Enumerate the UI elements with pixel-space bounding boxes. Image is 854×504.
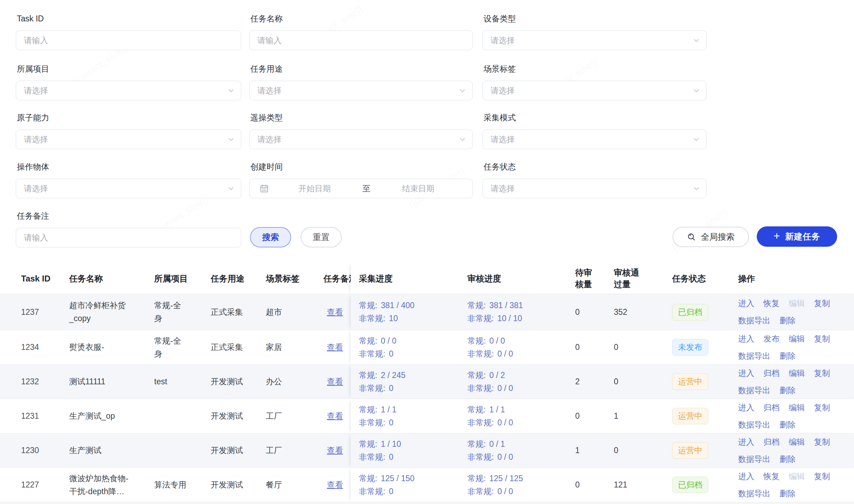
view-remark-link[interactable]: 查看 (327, 446, 343, 455)
op-link[interactable]: 数据导出 (738, 418, 770, 431)
teleop-type-select[interactable]: 请选择 (249, 130, 473, 149)
device-type-select[interactable]: 请选择 (482, 31, 707, 50)
op-link[interactable]: 删除 (780, 384, 796, 397)
global-search-button[interactable]: 全局搜索 (672, 227, 749, 247)
select-placeholder: 请选择 (491, 35, 515, 46)
filter-field-scene-tag: 场景标签 请选择 (482, 64, 707, 74)
col-header-operations: 操作 (738, 273, 837, 284)
cell-task-status: 未发布 (672, 339, 738, 356)
chevron-down-icon (692, 36, 701, 45)
view-remark-link[interactable]: 查看 (327, 411, 343, 420)
select-placeholder: 请选择 (491, 85, 515, 96)
cell-task-status: 运营中 (672, 373, 738, 390)
field-label: 场景标签 (484, 64, 707, 74)
op-link[interactable]: 数据导出 (738, 487, 770, 500)
cell-task-id: 1234 (21, 341, 69, 354)
op-link[interactable]: 数据导出 (738, 350, 770, 363)
task-status-select[interactable]: 请选择 (482, 179, 707, 198)
op-link[interactable]: 复制 (814, 297, 830, 310)
op-link[interactable]: 恢复 (763, 470, 780, 483)
cell-pending-count: 2 (575, 375, 614, 388)
op-link[interactable]: 复制 (814, 436, 830, 449)
op-link[interactable]: 进入 (738, 401, 754, 414)
reset-button[interactable]: 重置 (301, 227, 342, 247)
op-link[interactable]: 数据导出 (738, 453, 770, 466)
task-name-input[interactable]: 请输入 (249, 31, 473, 50)
collect-mode-select[interactable]: 请选择 (482, 130, 707, 149)
search-button[interactable]: 搜索 (250, 227, 291, 247)
op-link[interactable]: 编辑 (789, 367, 805, 380)
op-link[interactable]: 复制 (814, 367, 830, 380)
cell-task-id: 1227 (21, 478, 69, 491)
cell-project: 常规-全 身 (154, 334, 211, 360)
op-link[interactable]: 编辑 (789, 401, 805, 414)
op-link[interactable]: 删除 (780, 350, 796, 363)
op-link[interactable]: 进入 (738, 367, 754, 380)
cell-operations: 进入归档编辑复制数据导出删除 (738, 436, 837, 466)
view-remark-link[interactable]: 查看 (327, 377, 343, 386)
view-remark-link[interactable]: 查看 (327, 343, 343, 352)
table-header-row: Task ID 任务名称 所属项目 任务用途 场景标签 任务备注 采集进度 审核… (0, 263, 854, 294)
cell-operations: 进入恢复编辑复制数据导出删除 (738, 297, 837, 327)
filter-field-device-type: 设备类型 请选择 (482, 13, 707, 24)
global-search-label: 全局搜索 (701, 231, 735, 243)
plus-icon: + (774, 231, 780, 241)
op-link[interactable]: 归档 (763, 401, 780, 414)
cell-collect-progress: 常规:1 / 1非常规:0 (359, 403, 467, 429)
cell-task-id: 1232 (21, 375, 69, 388)
end-date-placeholder[interactable]: 结束日期 (373, 183, 464, 194)
cell-pending-count: 0 (575, 478, 614, 491)
op-link[interactable]: 数据导出 (738, 314, 770, 327)
cell-review-progress: 常规:125 / 125非常规:0 / 0 (467, 472, 575, 498)
cell-task-status: 已归档 (672, 304, 738, 320)
filter-field-collect-mode: 采集模式 请选择 (482, 112, 707, 123)
cell-pending-count: 0 (575, 410, 614, 423)
op-link[interactable]: 恢复 (763, 297, 780, 310)
op-link[interactable]: 删除 (780, 418, 796, 431)
cell-task-name: 微波炉加热食物- 干扰-depth降… (69, 472, 154, 498)
operate-object-select[interactable]: 请选择 (16, 179, 241, 198)
op-link[interactable]: 进入 (738, 470, 754, 483)
op-link[interactable]: 复制 (814, 470, 830, 483)
op-link[interactable]: 删除 (780, 453, 796, 466)
op-link[interactable]: 发布 (763, 332, 780, 345)
task-id-input[interactable]: 请输入 (16, 31, 241, 50)
op-link[interactable]: 数据导出 (738, 384, 770, 397)
start-date-placeholder[interactable]: 开始日期 (269, 183, 360, 194)
cell-pending-count: 0 (575, 306, 614, 319)
cell-remark: 查看 (323, 341, 351, 354)
col-header-task-name: 任务名称 (69, 273, 154, 284)
create-time-range-picker[interactable]: 开始日期 至 结束日期 (249, 179, 473, 198)
op-disabled-link: 编辑 (789, 297, 805, 310)
op-link[interactable]: 归档 (763, 367, 780, 380)
status-badge: 已归档 (672, 304, 708, 320)
project-select[interactable]: 请选择 (16, 81, 241, 100)
op-link[interactable]: 复制 (814, 332, 830, 345)
op-link[interactable]: 归档 (763, 436, 780, 449)
field-label: 遥操类型 (250, 112, 473, 123)
op-link[interactable]: 编辑 (789, 436, 805, 449)
cell-collect-progress: 常规:1 / 10非常规:0 (359, 438, 467, 464)
task-remark-input[interactable]: 请输入 (16, 228, 241, 247)
status-badge: 已归档 (672, 477, 708, 493)
op-link[interactable]: 删除 (780, 487, 796, 500)
cell-collect-progress: 常规:2 / 245非常规:0 (359, 369, 467, 395)
op-link[interactable]: 复制 (814, 401, 830, 414)
op-link[interactable]: 进入 (738, 332, 754, 345)
scene-tag-select[interactable]: 请选择 (482, 81, 707, 100)
filter-field-teleop-type: 遥操类型 请选择 (249, 112, 473, 123)
create-task-button[interactable]: + 新建任务 (757, 226, 837, 247)
op-link[interactable]: 进入 (738, 297, 754, 310)
select-placeholder: 请选择 (257, 134, 282, 145)
op-link[interactable]: 删除 (780, 314, 796, 327)
view-remark-link[interactable]: 查看 (327, 480, 343, 489)
cell-review-progress: 常规:0 / 0非常规:0 / 0 (467, 334, 575, 360)
cell-project: test (154, 375, 211, 388)
cell-approved-count: 0 (614, 375, 672, 388)
purpose-select[interactable]: 请选择 (249, 81, 473, 100)
atomic-capability-select[interactable]: 请选择 (16, 130, 241, 149)
op-link[interactable]: 进入 (738, 436, 754, 449)
op-link[interactable]: 编辑 (789, 332, 805, 345)
col-header-task-id: Task ID (21, 273, 69, 284)
view-remark-link[interactable]: 查看 (327, 307, 343, 317)
